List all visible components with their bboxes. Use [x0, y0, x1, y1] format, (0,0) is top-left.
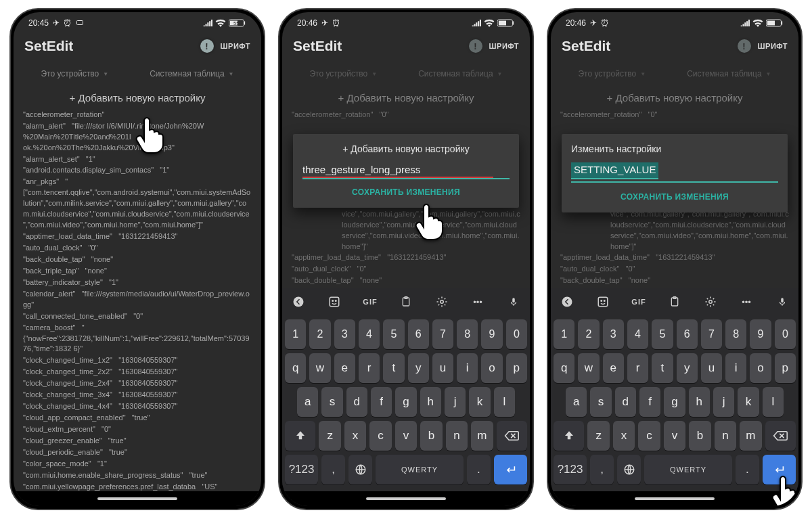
sticker-icon[interactable]: [593, 292, 612, 311]
key-c[interactable]: c: [369, 421, 391, 451]
setting-row[interactable]: "alarm_alert_set" "1": [23, 154, 252, 165]
key-l[interactable]: l: [494, 387, 515, 417]
setting-row[interactable]: "clock_changed_time_1x2" "1630840559307": [23, 355, 252, 366]
clipboard-icon[interactable]: [397, 292, 415, 311]
keyboard[interactable]: 1234567890qwertyuiopasdfghjklzxcvbnm?123…: [551, 315, 798, 491]
key-language[interactable]: [617, 455, 641, 484]
key-r[interactable]: r: [627, 353, 648, 383]
key-d[interactable]: d: [346, 387, 367, 417]
key-e[interactable]: e: [603, 353, 624, 383]
key-1[interactable]: 1: [554, 319, 574, 349]
key-h[interactable]: h: [689, 387, 710, 417]
setting-row[interactable]: "auto_dual_clock" "0": [23, 243, 252, 254]
key-9[interactable]: 9: [750, 319, 771, 349]
filter-table[interactable]: Системная таблица▼: [150, 69, 233, 78]
key-n[interactable]: n: [446, 421, 468, 451]
add-setting-line[interactable]: + Добавить новую настройку: [23, 91, 252, 106]
key-period[interactable]: .: [467, 455, 491, 484]
key-s[interactable]: s: [321, 387, 342, 417]
kbd-collapse-icon[interactable]: [289, 292, 308, 311]
key-shift[interactable]: [285, 421, 315, 451]
key-b[interactable]: b: [689, 421, 710, 451]
key-n[interactable]: n: [715, 421, 736, 451]
settings-icon[interactable]: [701, 292, 720, 311]
key-r[interactable]: r: [359, 353, 380, 383]
gif-button[interactable]: GIF: [629, 292, 648, 311]
mic-icon[interactable]: [504, 292, 523, 311]
more-icon[interactable]: •••: [468, 292, 487, 311]
key-y[interactable]: y: [677, 353, 698, 383]
key-q[interactable]: q: [285, 353, 306, 383]
key-symbols[interactable]: ?123: [285, 455, 318, 484]
key-0[interactable]: 0: [775, 319, 796, 349]
key-y[interactable]: y: [408, 353, 429, 383]
setting-row[interactable]: "color_space_mode" "1": [23, 459, 252, 470]
key-q[interactable]: q: [554, 353, 574, 383]
key-7[interactable]: 7: [432, 319, 453, 349]
key-x[interactable]: x: [613, 421, 635, 451]
key-h[interactable]: h: [420, 387, 441, 417]
setting-row[interactable]: "calendar_alert" "file:///system/media/a…: [23, 289, 252, 311]
key-d[interactable]: d: [615, 387, 636, 417]
setting-row[interactable]: "battery_indicator_style" "1": [23, 277, 252, 288]
filter-device[interactable]: Это устройство▼: [41, 69, 108, 78]
key-t[interactable]: t: [652, 353, 673, 383]
key-g[interactable]: g: [395, 387, 416, 417]
setting-row[interactable]: "cloud_extm_percent" "0": [23, 424, 252, 435]
setting-row[interactable]: "cloud_app_compact_enabled" "true": [23, 413, 252, 424]
key-p[interactable]: p: [506, 353, 527, 383]
mic-icon[interactable]: [773, 292, 792, 311]
key-shift[interactable]: [554, 421, 584, 451]
setting-row[interactable]: "clock_changed_time_2x2" "1630840559307": [23, 367, 252, 378]
key-u[interactable]: u: [701, 353, 722, 383]
key-comma[interactable]: ,: [321, 455, 345, 484]
kbd-collapse-icon[interactable]: [558, 292, 577, 311]
filter-table[interactable]: Системная таблица▼: [687, 69, 771, 78]
setting-row[interactable]: "call_connected_tone_enabled" "0": [23, 311, 252, 322]
clipboard-icon[interactable]: [665, 292, 684, 311]
font-button[interactable]: ШРИФТ: [758, 42, 788, 50]
setting-name-input[interactable]: [302, 162, 510, 179]
key-2[interactable]: 2: [578, 319, 599, 349]
key-o[interactable]: o: [750, 353, 771, 383]
key-enter[interactable]: [494, 455, 527, 484]
key-a[interactable]: a: [566, 387, 587, 417]
key-5[interactable]: 5: [652, 319, 673, 349]
key-x[interactable]: x: [344, 421, 366, 451]
key-c[interactable]: c: [638, 421, 660, 451]
key-4[interactable]: 4: [359, 319, 380, 349]
more-icon[interactable]: •••: [737, 292, 756, 311]
setting-row[interactable]: "clock_changed_time_3x4" "1630840559307": [23, 390, 252, 401]
setting-row[interactable]: "android.contacts.display_sim_contacs" "…: [23, 165, 252, 176]
key-o[interactable]: o: [481, 353, 502, 383]
setting-row[interactable]: "clock_changed_time_4x4" "1630840559307": [23, 401, 252, 412]
key-period[interactable]: .: [736, 455, 759, 484]
font-button[interactable]: ШРИФТ: [489, 42, 520, 50]
filter-table[interactable]: Системная таблица▼: [418, 69, 502, 78]
key-language[interactable]: [348, 455, 372, 484]
key-space[interactable]: QWERTY: [376, 455, 464, 484]
setting-row[interactable]: "com.miui.home.enable_share_progress_sta…: [23, 470, 252, 481]
warning-icon[interactable]: !: [469, 39, 482, 53]
warning-icon[interactable]: !: [200, 39, 214, 53]
setting-value-input[interactable]: SETTING_VALUE: [571, 162, 658, 179]
setting-row[interactable]: "cloud_greezer_enable" "true": [23, 436, 252, 447]
setting-row[interactable]: "anr_pkgs" "["com.tencent.qqlive","com.a…: [23, 177, 252, 231]
key-2[interactable]: 2: [309, 319, 330, 349]
key-f[interactable]: f: [639, 387, 660, 417]
setting-row[interactable]: "clock_changed_time_2x4" "1630840559307": [23, 378, 252, 389]
settings-list[interactable]: + Добавить новую настройку "acceleromete…: [14, 84, 261, 506]
key-z[interactable]: z: [587, 421, 609, 451]
key-symbols[interactable]: ?123: [554, 455, 587, 484]
filter-device[interactable]: Это устройство▼: [578, 69, 646, 78]
font-button[interactable]: ШРИФТ: [221, 42, 251, 50]
key-enter[interactable]: [763, 455, 796, 484]
key-7[interactable]: 7: [701, 319, 722, 349]
key-5[interactable]: 5: [383, 319, 404, 349]
key-i[interactable]: i: [457, 353, 478, 383]
key-backspace[interactable]: [765, 421, 796, 451]
key-m[interactable]: m: [471, 421, 493, 451]
setting-row[interactable]: "cloud_periodic_enable" "true": [23, 447, 252, 458]
key-j[interactable]: j: [445, 387, 466, 417]
key-i[interactable]: i: [725, 353, 746, 383]
